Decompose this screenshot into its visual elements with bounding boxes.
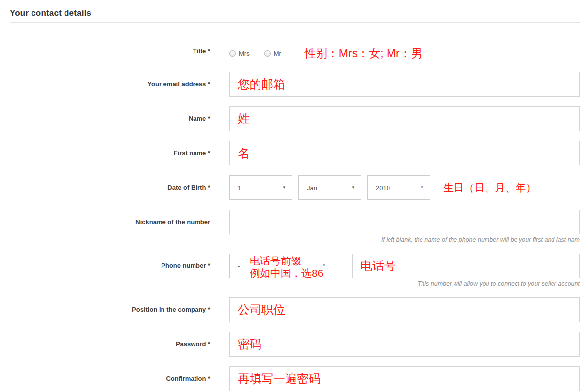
- dob-row: Date of Birth * 1 ▼ Jan ▼ 2010 ▼ 生日（日、月、…: [10, 175, 580, 200]
- title-annotation: 性别：Mrs：女; Mr：男: [305, 46, 422, 61]
- title-label: Title *: [10, 46, 229, 57]
- phone-label: Phone number *: [10, 254, 229, 278]
- password-row: Password *: [10, 332, 580, 357]
- phone-row: Phone number * - 电话号前缀 例如中国，选86 ▼ This n…: [10, 254, 580, 288]
- nickname-label: Nickname of the number: [10, 210, 229, 234]
- contact-details-form: Title * Mrs Mr 性别：Mrs：女; Mr：男 Your email…: [10, 46, 580, 391]
- first-name-input[interactable]: [229, 141, 580, 165]
- radio-unselected-icon[interactable]: [229, 50, 236, 57]
- name-label: Name *: [10, 106, 229, 131]
- confirmation-label: Confirmation *: [10, 366, 229, 391]
- name-row: Name *: [10, 106, 580, 131]
- phone-number-input[interactable]: [352, 254, 580, 278]
- dob-month-value: Jan: [307, 184, 317, 192]
- chevron-down-icon: ▼: [322, 264, 326, 268]
- page-title: Your contact details: [10, 8, 580, 18]
- radio-mrs[interactable]: Mrs: [229, 50, 250, 57]
- contact-details-page: Your contact details Title * Mrs Mr 性别：M…: [0, 0, 584, 391]
- first-name-row: First name *: [10, 141, 580, 165]
- radio-mrs-label: Mrs: [239, 50, 250, 57]
- email-row: Your email address *: [10, 72, 580, 97]
- position-row: Position in the company *: [10, 297, 580, 322]
- confirmation-input[interactable]: [229, 366, 580, 391]
- phone-prefix-select[interactable]: - 电话号前缀 例如中国，选86 ▼: [229, 254, 332, 278]
- first-name-label: First name *: [10, 141, 229, 165]
- email-input[interactable]: [229, 72, 580, 97]
- dob-day-select[interactable]: 1 ▼: [229, 175, 292, 200]
- dob-annotation: 生日（日、月、年）: [443, 181, 536, 195]
- name-input[interactable]: [229, 106, 580, 131]
- dob-day-value: 1: [238, 184, 241, 192]
- password-input[interactable]: [229, 332, 580, 357]
- phone-helper-text: This number will allow you to connect to…: [229, 280, 580, 288]
- chevron-down-icon: ▼: [282, 186, 286, 190]
- dob-label: Date of Birth *: [10, 175, 229, 200]
- chevron-down-icon: ▼: [351, 186, 355, 190]
- radio-mr-label: Mr: [274, 50, 281, 57]
- title-row: Title * Mrs Mr 性别：Mrs：女; Mr：男: [10, 46, 580, 61]
- radio-unselected-icon[interactable]: [264, 50, 271, 57]
- nickname-helper-text: If left blank, the name of the phone num…: [229, 236, 580, 244]
- dob-year-select[interactable]: 2010 ▼: [367, 175, 430, 200]
- phone-prefix-annotation-line1: 电话号前缀: [250, 255, 323, 267]
- password-label: Password *: [10, 332, 229, 357]
- nickname-input[interactable]: [229, 210, 580, 234]
- dob-month-select[interactable]: Jan ▼: [298, 175, 361, 200]
- phone-prefix-value: -: [238, 262, 240, 270]
- position-input[interactable]: [229, 297, 580, 322]
- phone-prefix-annotation-line2: 例如中国，选86: [250, 267, 323, 279]
- nickname-row: Nickname of the number If left blank, th…: [10, 210, 580, 244]
- header-divider: [10, 22, 580, 23]
- phone-prefix-annotation: 电话号前缀 例如中国，选86: [250, 255, 323, 279]
- dob-year-value: 2010: [376, 184, 390, 192]
- confirmation-row: Confirmation *: [10, 366, 580, 391]
- radio-mr[interactable]: Mr: [264, 50, 281, 57]
- position-label: Position in the company *: [10, 297, 229, 322]
- email-label: Your email address *: [10, 72, 229, 97]
- chevron-down-icon: ▼: [420, 186, 424, 190]
